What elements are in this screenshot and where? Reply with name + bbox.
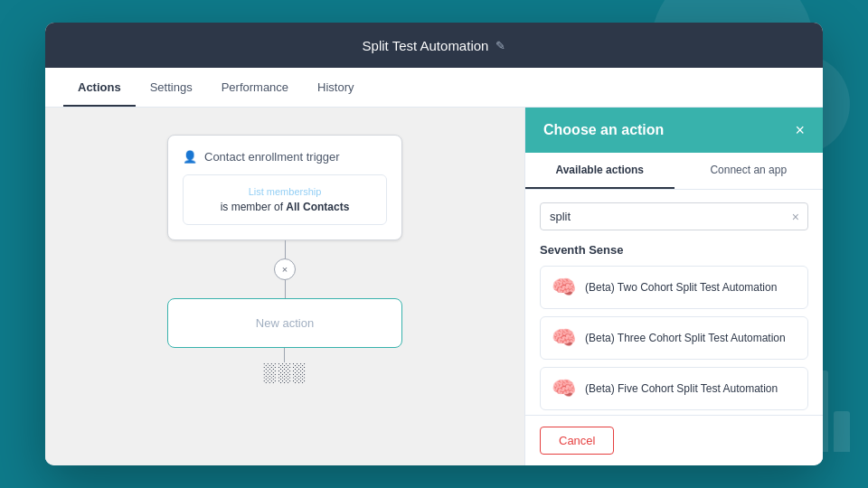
results-category: Seventh Sense bbox=[540, 243, 808, 257]
search-wrapper: × bbox=[525, 190, 823, 243]
tab-available-actions[interactable]: Available actions bbox=[525, 153, 675, 189]
tab-performance[interactable]: Performance bbox=[207, 68, 303, 107]
brain-icon-2: 🧠 bbox=[552, 377, 576, 400]
bottom-connector: ░░░ bbox=[263, 348, 307, 383]
action-panel-title: Choose an action bbox=[543, 122, 664, 138]
tab-settings[interactable]: Settings bbox=[136, 68, 207, 107]
content-area: 👤 Contact enrollment trigger List member… bbox=[45, 108, 823, 465]
result-item-0[interactable]: 🧠 (Beta) Two Cohort Split Test Automatio… bbox=[540, 266, 808, 309]
result-item-1[interactable]: 🧠 (Beta) Three Cohort Split Test Automat… bbox=[540, 316, 808, 360]
filter-prefix: is member of bbox=[221, 201, 287, 213]
tab-bar: Actions Settings Performance History bbox=[45, 68, 823, 108]
action-footer: Cancel bbox=[525, 415, 823, 465]
result-text-1: (Beta) Three Cohort Split Test Automatio… bbox=[585, 331, 786, 346]
tab-actions[interactable]: Actions bbox=[63, 68, 136, 107]
trigger-block: 👤 Contact enrollment trigger List member… bbox=[167, 135, 402, 240]
trigger-header: 👤 Contact enrollment trigger bbox=[183, 150, 387, 164]
filter-value: is member of All Contacts bbox=[194, 201, 375, 213]
automation-title: Split Test Automation bbox=[363, 38, 489, 53]
connector-line-top bbox=[285, 240, 286, 258]
main-window: Split Test Automation ✎ Actions Settings… bbox=[45, 23, 823, 465]
new-action-label: New action bbox=[256, 316, 314, 330]
result-item-2[interactable]: 🧠 (Beta) Five Cohort Split Test Automati… bbox=[540, 367, 808, 410]
header-title-group: Split Test Automation ✎ bbox=[363, 38, 506, 53]
close-button[interactable]: × bbox=[795, 122, 805, 138]
new-action-block[interactable]: New action bbox=[167, 298, 402, 348]
trigger-label: Contact enrollment trigger bbox=[204, 150, 340, 164]
app-header: Split Test Automation ✎ bbox=[45, 23, 823, 68]
trigger-inner: List membership is member of All Contact… bbox=[183, 174, 387, 225]
filter-label: List membership bbox=[194, 186, 375, 197]
dots-icon: ░░░ bbox=[263, 362, 307, 383]
user-icon: 👤 bbox=[183, 150, 197, 164]
tab-connect-app[interactable]: Connect an app bbox=[675, 153, 824, 189]
bottom-line bbox=[284, 348, 285, 362]
brain-icon-1: 🧠 bbox=[552, 326, 576, 350]
action-panel: Choose an action × Available actions Con… bbox=[524, 108, 823, 465]
connector-line-bottom bbox=[285, 280, 286, 298]
connector-remove-button[interactable]: × bbox=[274, 258, 296, 280]
result-text-0: (Beta) Two Cohort Split Test Automation bbox=[585, 280, 777, 296]
action-panel-header: Choose an action × bbox=[525, 108, 823, 153]
tab-history[interactable]: History bbox=[303, 68, 368, 107]
search-container: × bbox=[540, 202, 808, 230]
brain-icon-0: 🧠 bbox=[552, 276, 576, 299]
results-area: Seventh Sense 🧠 (Beta) Two Cohort Split … bbox=[525, 243, 823, 415]
search-clear-button[interactable]: × bbox=[792, 210, 799, 224]
filter-bold: All Contacts bbox=[286, 201, 349, 213]
connector-top: × bbox=[274, 240, 296, 298]
search-input[interactable] bbox=[540, 202, 808, 230]
action-tab-bar: Available actions Connect an app bbox=[525, 153, 823, 190]
result-text-2: (Beta) Five Cohort Split Test Automation bbox=[585, 381, 778, 397]
edit-icon[interactable]: ✎ bbox=[495, 39, 505, 52]
cancel-button[interactable]: Cancel bbox=[540, 427, 614, 455]
canvas-panel: 👤 Contact enrollment trigger List member… bbox=[45, 108, 524, 465]
